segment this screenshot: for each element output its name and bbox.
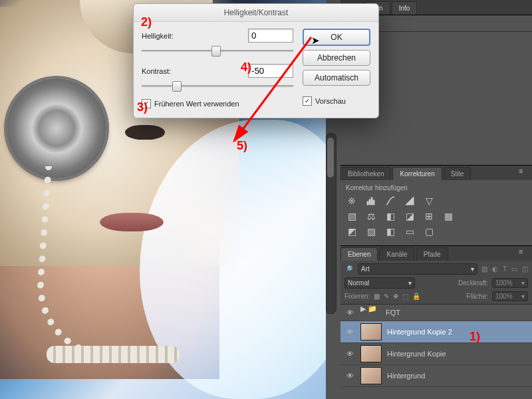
- lock-artboard-icon[interactable]: ⬚: [402, 293, 408, 300]
- layer-name[interactable]: Hintergrund Kopie: [387, 350, 446, 358]
- layer-name[interactable]: Hintergrund Kopie 2: [387, 328, 452, 336]
- preview-checkbox-label: Vorschau: [315, 97, 346, 105]
- brightness-label: Helligkeit:: [142, 32, 190, 40]
- photo-pearls: [32, 166, 165, 359]
- adjustments-subhead: Korrektur hinzufügen: [346, 184, 527, 192]
- color-lookup-icon[interactable]: ▦: [442, 211, 454, 221]
- levels-icon[interactable]: [365, 196, 377, 206]
- layer-thumbnail[interactable]: [360, 367, 382, 384]
- black-white-icon[interactable]: ◧: [384, 211, 396, 221]
- annotation-5: 5): [237, 140, 247, 152]
- tab-info[interactable]: Info: [392, 1, 418, 15]
- exposure-icon[interactable]: [404, 196, 416, 206]
- lock-pixels-icon[interactable]: ✎: [384, 293, 389, 300]
- mouse-cursor-icon: ➤: [311, 35, 320, 47]
- photo-eyepatch: [7, 78, 106, 178]
- opacity-stepper[interactable]: 100%▾: [492, 278, 528, 288]
- threshold-icon[interactable]: ◧: [384, 226, 396, 237]
- lock-position-icon[interactable]: ✥: [393, 293, 398, 300]
- filter-adjust-icon[interactable]: ◐: [492, 265, 498, 273]
- gradient-map-icon[interactable]: ▭: [404, 226, 416, 237]
- preview-checkbox[interactable]: ✓: [303, 96, 312, 106]
- layer-thumbnail[interactable]: [360, 323, 382, 340]
- slider-thumb[interactable]: [211, 46, 221, 57]
- color-balance-icon[interactable]: ⚖: [365, 211, 377, 221]
- layer-group-row[interactable]: 👁 ▶ 📁 FQT: [340, 305, 532, 321]
- layer-filter-type-dropdown[interactable]: Art▾: [358, 263, 477, 275]
- layer-list: 👁 ▶ 📁 FQT 👁 Hintergrund Kopie 2 👁 Hinter…: [340, 305, 532, 387]
- lock-label: Fixieren:: [344, 293, 370, 300]
- tab-paths[interactable]: Pfade: [416, 247, 448, 261]
- channel-mixer-icon[interactable]: ⊞: [423, 211, 435, 221]
- scrollbar-thumb[interactable]: [327, 138, 334, 178]
- invert-icon[interactable]: ◩: [346, 226, 358, 237]
- annotation-2: 2): [141, 16, 152, 28]
- dialog-title: Helligkeit/Kontrast: [134, 4, 378, 22]
- annotation-3: 3): [137, 101, 148, 113]
- tab-adjustments[interactable]: Korrekturen: [392, 167, 442, 180]
- blend-mode-dropdown[interactable]: Normal▾: [344, 277, 415, 289]
- fill-label: Fläche:: [466, 293, 488, 300]
- layers-panel: Ebenen Kanäle Pfade ≡ 🔎 Art▾ ▧ ◐ T ▭ ◫: [340, 245, 532, 387]
- hue-sat-icon[interactable]: ▧: [346, 211, 358, 221]
- selective-color-icon[interactable]: ▢: [423, 226, 435, 237]
- lock-transparency-icon[interactable]: ▩: [374, 293, 380, 300]
- tab-styles[interactable]: Stile: [444, 167, 471, 180]
- curves-icon[interactable]: [384, 196, 396, 206]
- panel-menu-icon[interactable]: ≡: [519, 247, 529, 258]
- annotation-1: 1): [469, 331, 480, 342]
- layer-name[interactable]: Hintergrund: [387, 372, 425, 380]
- brightness-slider[interactable]: [142, 45, 293, 56]
- posterize-icon[interactable]: ▨: [365, 226, 377, 237]
- lock-all-icon[interactable]: 🔒: [412, 293, 420, 300]
- vibrance-icon[interactable]: ▽: [423, 196, 435, 206]
- slider-thumb[interactable]: [172, 81, 182, 92]
- visibility-toggle-icon[interactable]: 👁: [344, 309, 355, 317]
- brightness-input[interactable]: [248, 29, 293, 43]
- auto-button[interactable]: Automatisch: [303, 70, 370, 86]
- layer-row[interactable]: 👁 Hintergrund Kopie: [340, 343, 532, 365]
- layer-thumbnail[interactable]: [360, 345, 382, 362]
- opacity-label: Deckkraft:: [458, 279, 488, 287]
- photo-filter-icon[interactable]: ◪: [404, 211, 416, 221]
- visibility-toggle-icon[interactable]: 👁: [344, 372, 355, 380]
- layer-name[interactable]: FQT: [386, 309, 400, 317]
- visibility-toggle-icon[interactable]: 👁: [344, 350, 355, 358]
- layer-filter-search-icon[interactable]: 🔎: [344, 265, 354, 273]
- layer-filter-value: Art: [361, 265, 370, 273]
- filter-pixels-icon[interactable]: ▧: [481, 265, 487, 273]
- brightness-contrast-icon[interactable]: ※: [346, 196, 358, 206]
- filter-shape-icon[interactable]: ▭: [511, 265, 517, 273]
- fill-stepper[interactable]: 100%▾: [492, 291, 528, 301]
- filter-smart-icon[interactable]: ◫: [522, 265, 528, 273]
- tab-channels[interactable]: Kanäle: [379, 247, 414, 261]
- photo-eye: [125, 125, 165, 140]
- tab-layers[interactable]: Ebenen: [340, 247, 378, 261]
- visibility-toggle-icon[interactable]: 👁: [344, 328, 355, 336]
- blend-mode-value: Normal: [348, 279, 369, 287]
- adjustments-panel: Bibliotheken Korrekturen Stile ≡ Korrekt…: [340, 165, 532, 245]
- layer-row[interactable]: 👁 Hintergrund Kopie 2: [340, 321, 532, 343]
- contrast-input[interactable]: [248, 64, 293, 78]
- brightness-contrast-dialog: Helligkeit/Kontrast Helligkeit: Kontrast…: [133, 3, 379, 118]
- tab-libraries[interactable]: Bibliotheken: [340, 167, 391, 180]
- legacy-checkbox-label: Früheren Wert verwenden: [154, 100, 239, 108]
- filter-type-icon[interactable]: T: [503, 265, 507, 273]
- expand-arrow-icon[interactable]: ▶ 📁: [360, 305, 380, 321]
- panel-menu-icon[interactable]: ≡: [519, 167, 529, 178]
- layer-row[interactable]: 👁 Hintergrund: [340, 365, 532, 387]
- contrast-slider[interactable]: [142, 80, 293, 91]
- annotation-4: 4): [241, 61, 251, 73]
- cancel-button[interactable]: Abbrechen: [303, 50, 370, 66]
- contrast-label: Kontrast:: [142, 67, 190, 75]
- photo-choker: [47, 346, 180, 363]
- canvas-vertical-scrollbar[interactable]: [326, 133, 336, 314]
